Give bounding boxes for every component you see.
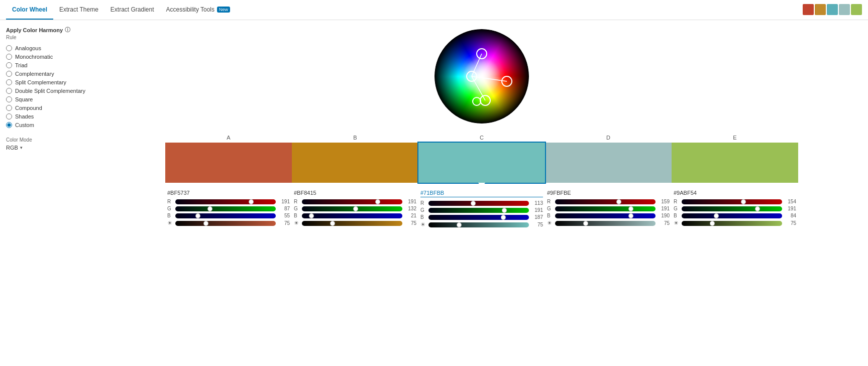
radio-split-complementary[interactable]: Split Complementary	[6, 79, 96, 85]
color-mode-select[interactable]: RGB ▾	[6, 145, 96, 151]
slider-b-b: B 21	[294, 213, 416, 218]
g-label-e: G	[674, 206, 680, 211]
slider-thumb-b-b[interactable]	[309, 213, 314, 218]
g-label-b: G	[294, 206, 300, 211]
tab-color-wheel[interactable]: Color Wheel	[6, 0, 53, 20]
slider-g-a: G 87	[167, 206, 290, 211]
swatch-label-a: A	[165, 135, 292, 141]
value-b-c: 187	[531, 214, 543, 220]
b-label-c: B	[420, 214, 426, 220]
brightness-icon-c: ☀	[420, 221, 426, 228]
swatches-section: A B C D E #BF5737	[165, 135, 798, 229]
color-detail-c: #71BFBB R 113 G 191	[418, 190, 545, 229]
slider-thumb-b-d[interactable]	[628, 213, 633, 218]
slider-r-a: R 191	[167, 199, 290, 204]
center-area: A B C D E #BF5737	[101, 26, 862, 229]
slider-g-c: G 191	[420, 207, 543, 213]
slider-thumb-b-c[interactable]	[501, 215, 506, 220]
slider-thumb-r-c[interactable]	[471, 201, 476, 206]
color-wheel-svg[interactable]	[431, 26, 532, 127]
value-g-c: 191	[531, 207, 543, 213]
value-r-c: 113	[531, 200, 543, 206]
slider-thumb-r-a[interactable]	[249, 199, 254, 204]
slider-thumb-bright-d[interactable]	[583, 221, 588, 226]
r-label-e: R	[674, 199, 680, 204]
slider-b-c: B 187	[420, 214, 543, 220]
value-r-d: 159	[658, 199, 670, 204]
slider-track-bright-e[interactable]	[682, 221, 782, 226]
slider-track-b-e[interactable]	[682, 213, 782, 218]
slider-track-b-a[interactable]	[175, 213, 276, 218]
slider-track-bright-a[interactable]	[175, 221, 276, 226]
slider-track-g-b[interactable]	[302, 206, 402, 211]
color-detail-a: #BF5737 R 191 G 87	[165, 190, 292, 229]
corner-swatch-a[interactable]	[803, 4, 814, 15]
swatch-e[interactable]	[672, 143, 798, 183]
tab-extract-theme[interactable]: Extract Theme	[53, 0, 104, 20]
slider-track-g-d[interactable]	[555, 206, 656, 211]
tab-extract-gradient[interactable]: Extract Gradient	[104, 0, 160, 20]
slider-track-b-b[interactable]	[302, 213, 402, 218]
slider-track-r-e[interactable]	[682, 199, 782, 204]
top-nav: Color Wheel Extract Theme Extract Gradie…	[0, 0, 868, 20]
color-mode-section: Color Mode RGB ▾	[6, 137, 96, 151]
corner-swatch-e[interactable]	[851, 4, 862, 15]
g-label-d: G	[547, 206, 553, 211]
slider-thumb-b-a[interactable]	[195, 213, 200, 218]
slider-b-a: B 55	[167, 213, 290, 218]
slider-thumb-bright-c[interactable]	[457, 222, 462, 227]
swatch-d[interactable]	[545, 143, 672, 183]
slider-track-r-b[interactable]	[302, 199, 402, 204]
hex-d: #9FBFBE	[547, 190, 670, 196]
radio-triad[interactable]: Triad	[6, 62, 96, 68]
radio-compound[interactable]: Compound	[6, 105, 96, 111]
slider-track-bright-b[interactable]	[302, 221, 402, 226]
slider-thumb-r-e[interactable]	[741, 199, 746, 204]
slider-track-r-a[interactable]	[175, 199, 276, 204]
corner-swatch-b[interactable]	[815, 4, 826, 15]
slider-track-g-c[interactable]	[428, 208, 529, 213]
color-detail-d: #9FBFBE R 159 G 191	[545, 190, 672, 229]
slider-track-r-c[interactable]	[428, 201, 529, 206]
radio-complementary[interactable]: Complementary	[6, 71, 96, 77]
color-mode-label: Color Mode	[6, 137, 96, 143]
slider-thumb-g-b[interactable]	[353, 206, 358, 211]
radio-analogous[interactable]: Analogous	[6, 45, 96, 51]
slider-thumb-r-b[interactable]	[375, 199, 380, 204]
slider-thumb-b-e[interactable]	[714, 213, 719, 218]
slider-thumb-bright-b[interactable]	[330, 221, 335, 226]
slider-thumb-bright-e[interactable]	[710, 221, 715, 226]
slider-r-d: R 159	[547, 199, 670, 204]
slider-track-g-e[interactable]	[682, 206, 782, 211]
slider-thumb-g-a[interactable]	[207, 206, 212, 211]
swatch-c[interactable]	[418, 143, 545, 183]
corner-swatch-c[interactable]	[827, 4, 838, 15]
radio-shades[interactable]: Shades	[6, 113, 96, 119]
radio-double-split-complementary[interactable]: Double Split Complementary	[6, 88, 96, 94]
r-label-c: R	[420, 200, 426, 206]
corner-swatch-d[interactable]	[839, 4, 850, 15]
slider-track-bright-d[interactable]	[555, 221, 656, 226]
tab-accessibility-tools[interactable]: Accessibility Tools New	[160, 0, 237, 20]
swatch-a[interactable]	[165, 143, 292, 183]
slider-track-bright-c[interactable]	[428, 222, 529, 227]
value-b-d: 190	[658, 213, 670, 218]
slider-track-r-d[interactable]	[555, 199, 656, 204]
swatch-b[interactable]	[292, 143, 418, 183]
slider-thumb-g-d[interactable]	[628, 206, 633, 211]
slider-track-g-a[interactable]	[175, 206, 276, 211]
slider-thumb-g-c[interactable]	[502, 208, 507, 213]
slider-track-b-d[interactable]	[555, 213, 656, 218]
slider-thumb-bright-a[interactable]	[203, 221, 208, 226]
slider-thumb-r-d[interactable]	[616, 199, 621, 204]
slider-bright-a: ☀ 75	[167, 220, 290, 226]
slider-track-b-c[interactable]	[428, 215, 529, 220]
radio-custom[interactable]: Custom	[6, 122, 96, 128]
slider-g-e: G 191	[674, 206, 796, 211]
radio-monochromatic[interactable]: Monochromatic	[6, 54, 96, 60]
slider-thumb-g-e[interactable]	[755, 206, 760, 211]
value-r-b: 191	[404, 199, 416, 204]
r-label-d: R	[547, 199, 553, 204]
brightness-icon-d: ☀	[547, 220, 553, 226]
radio-square[interactable]: Square	[6, 96, 96, 102]
